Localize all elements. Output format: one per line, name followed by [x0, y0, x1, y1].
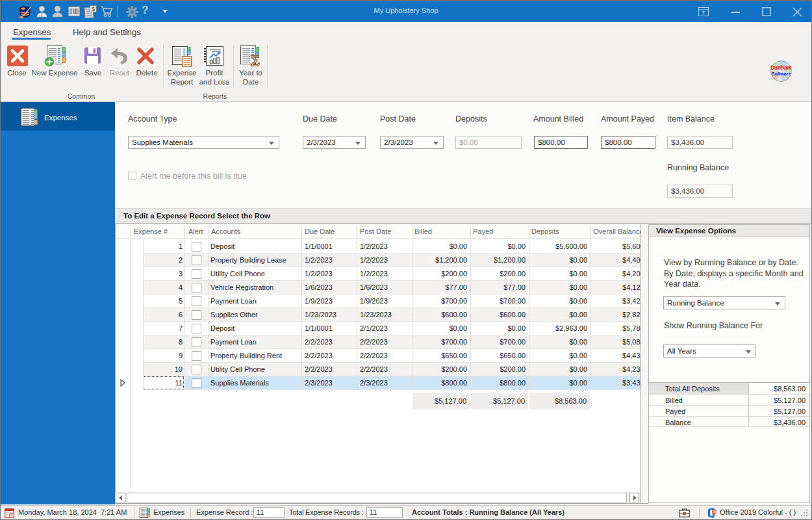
- svg-text:Software: Software: [772, 72, 791, 76]
- svg-text:19: 19: [713, 510, 717, 514]
- svg-text:Dunham: Dunham: [770, 65, 792, 71]
